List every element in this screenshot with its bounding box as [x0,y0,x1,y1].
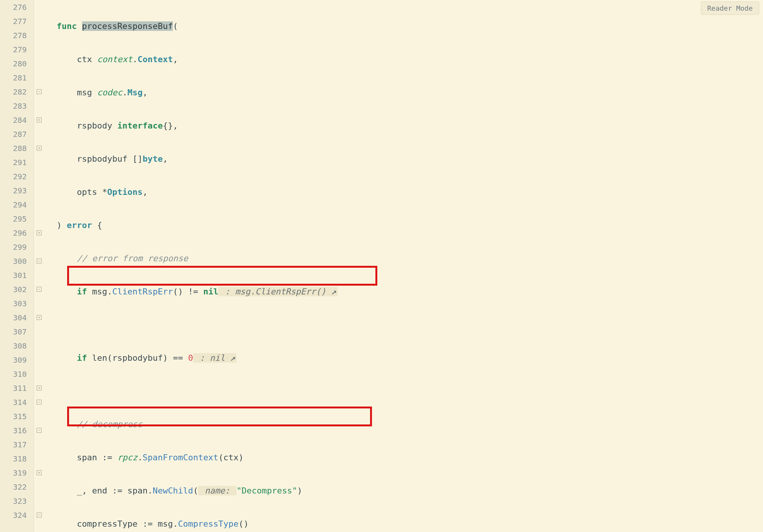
line-number: 310 [0,367,34,381]
line-number: 296 [0,226,34,240]
code-line[interactable] [47,318,763,332]
code-line[interactable]: // decompress [47,417,763,431]
line-number: 315 [0,409,34,423]
code-line[interactable]: compressType := msg.CompressType() [47,517,763,531]
fold-marker[interactable]: − [34,423,44,437]
code-line[interactable]: rspbody interface{}, [47,119,763,133]
line-number: 316 [0,423,34,437]
fold-marker[interactable] [34,240,44,254]
fold-marker[interactable] [34,353,44,367]
code-line[interactable]: if len(rspbodybuf) == 0 : nil ↗ [47,351,763,365]
fold-marker[interactable] [34,99,44,113]
line-number: 300 [0,254,34,268]
code-line[interactable]: if msg.ClientRspErr() != nil : msg.Clien… [47,284,763,299]
code-line[interactable]: ) error { [47,218,763,232]
fold-marker[interactable]: − [34,395,44,409]
line-number: 323 [0,494,34,508]
fold-marker[interactable]: + [34,113,44,127]
return-arrow-icon: ↗ [230,353,235,363]
line-number: 288 [0,141,34,155]
line-number: 282 [0,85,34,99]
fold-marker[interactable]: − [34,282,44,296]
fold-marker[interactable] [34,14,44,28]
line-number: 280 [0,56,34,71]
fold-marker[interactable]: + [34,226,44,240]
fold-marker[interactable]: + [34,141,44,155]
fold-marker[interactable] [34,127,44,141]
code-line[interactable] [47,384,763,398]
line-number: 287 [0,127,34,141]
selected-identifier: processResponseBuf [82,21,173,31]
line-number: 324 [0,508,34,522]
code-editor[interactable]: func processResponseBuf( ctx context.Con… [44,0,763,532]
fold-marker[interactable] [34,325,44,339]
fold-marker[interactable]: − [34,85,44,99]
line-number: 276 [0,0,34,14]
line-number: 302 [0,282,34,296]
fold-marker[interactable] [34,367,44,381]
line-number: 291 [0,155,34,169]
fold-marker[interactable] [34,28,44,42]
line-number: 292 [0,169,34,183]
line-number: 303 [0,296,34,310]
fold-marker[interactable] [34,494,44,508]
fold-marker[interactable] [34,268,44,282]
fold-marker[interactable] [34,437,44,452]
folded-hint[interactable]: : nil ↗ [193,353,237,363]
fold-marker[interactable] [34,409,44,423]
code-line[interactable]: rspbodybuf []byte, [47,152,763,166]
fold-marker[interactable] [34,183,44,198]
line-number: 301 [0,268,34,282]
fold-marker[interactable]: − [34,508,44,522]
line-number: 317 [0,437,34,452]
fold-marker[interactable] [34,296,44,310]
line-number: 279 [0,42,34,56]
line-number-gutter: 276 277 278 279 280 281 282 283 284 287 … [0,0,34,532]
line-number: 293 [0,183,34,198]
code-line[interactable]: func processResponseBuf( [47,19,763,33]
code-line[interactable]: _, end := span.NewChild( name: "Decompre… [47,484,763,498]
code-line[interactable]: // error from response [47,251,763,265]
return-arrow-icon: ↗ [331,287,336,296]
fold-marker[interactable]: + [34,466,44,480]
fold-marker[interactable] [34,212,44,226]
line-number: 308 [0,339,34,353]
code-line[interactable]: ctx context.Context, [47,52,763,66]
line-number: 319 [0,466,34,480]
line-number: 294 [0,198,34,212]
fold-marker[interactable] [34,480,44,494]
fold-marker[interactable] [34,339,44,353]
highlight-box [67,266,377,286]
code-line[interactable]: span := rpcz.SpanFromContext(ctx) [47,450,763,464]
fold-marker[interactable] [34,452,44,466]
line-number: 322 [0,480,34,494]
fold-marker[interactable] [34,71,44,85]
fold-gutter: − + + + − − + + − − + − [34,0,44,532]
line-number: 284 [0,113,34,127]
fold-marker[interactable] [34,169,44,183]
line-number: 283 [0,99,34,113]
line-number: 299 [0,240,34,254]
line-number: 314 [0,395,34,409]
code-line[interactable]: opts *Options, [47,185,763,199]
fold-marker[interactable]: + [34,381,44,395]
code-line[interactable]: msg codec.Msg, [47,85,763,100]
line-number: 307 [0,325,34,339]
fold-marker[interactable] [34,0,44,14]
param-hint: name: [198,486,237,495]
fold-marker[interactable] [34,155,44,169]
line-number: 277 [0,14,34,28]
line-number: 318 [0,452,34,466]
line-number: 281 [0,71,34,85]
fold-marker[interactable]: + [34,310,44,325]
fold-marker[interactable] [34,42,44,56]
fold-marker[interactable] [34,56,44,71]
line-number: 309 [0,353,34,367]
line-number: 295 [0,212,34,226]
reader-mode-button[interactable]: Reader Mode [701,2,759,15]
folded-hint[interactable]: : msg.ClientRspErr() ↗ [218,287,338,296]
fold-marker[interactable]: − [34,254,44,268]
line-number: 311 [0,381,34,395]
fold-marker[interactable] [34,198,44,212]
line-number: 304 [0,310,34,325]
